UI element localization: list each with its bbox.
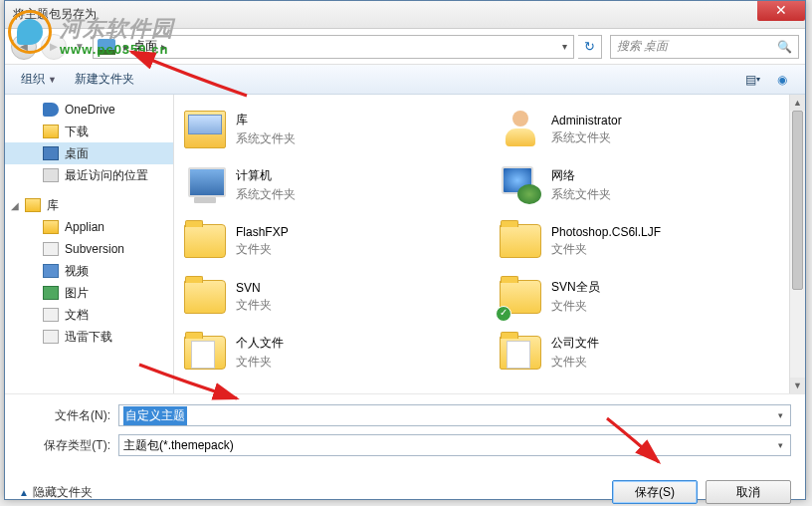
help-button[interactable]: ◉ [769,69,795,91]
nav-history-button[interactable]: ▼ [71,34,89,60]
new-folder-label: 新建文件夹 [75,71,134,88]
sidebar-item-label: OneDrive [65,103,115,117]
scroll-up-button[interactable]: ▲ [790,95,805,111]
sidebar-item-label: Applian [65,220,104,234]
file-icon [182,107,228,152]
file-area: 库系统文件夹Administrator系统文件夹计算机系统文件夹网络系统文件夹F… [174,95,805,393]
chevron-down-icon[interactable]: ▾ [556,41,573,52]
file-name: 公司文件 [551,335,599,352]
sidebar-item-label: 库 [47,197,59,214]
file-item[interactable]: Administrator系统文件夹 [494,103,801,156]
file-item[interactable]: 个人文件文件夹 [178,326,486,380]
new-folder-button[interactable]: 新建文件夹 [69,68,140,91]
search-input[interactable]: 搜索 桌面 🔍 [610,35,799,59]
sidebar-item-label: 视频 [65,263,89,280]
organize-label: 组织 [21,71,45,88]
file-type: 文件夹 [551,354,599,371]
file-icon [182,330,228,376]
chevron-down-icon[interactable]: ▾ [772,407,788,423]
file-type: 文件夹 [236,354,284,371]
hide-folders-label: 隐藏文件夹 [33,484,93,501]
sidebar-libraries-header[interactable]: ◢ 库 [5,194,173,216]
sidebar-item-label: 图片 [65,285,89,302]
chevron-up-icon: ▲ [19,487,29,498]
scroll-thumb[interactable] [792,111,803,290]
sidebar-item[interactable]: OneDrive [5,99,173,121]
organize-menu[interactable]: 组织 ▼ [15,68,63,91]
file-icon [498,218,543,264]
sidebar-item-icon [43,125,59,138]
file-item[interactable]: SVN全员文件夹 [494,270,801,324]
file-name: Photoshop.CS6l.LJF [551,225,661,239]
file-type: 系统文件夹 [236,130,296,147]
chevron-right-icon[interactable]: ▸ [157,40,171,54]
navigation-row: ◄ ► ▼ ▸ 桌面 ▸ ▾ ↻ 搜索 桌面 🔍 [5,29,805,65]
library-icon [25,198,41,212]
file-name: 网络 [551,167,611,184]
desktop-icon [98,39,115,55]
sidebar-item[interactable]: Subversion [5,238,173,260]
filename-value: 自定义主题 [123,406,187,425]
filename-input[interactable]: 自定义主题 ▾ [118,404,791,426]
refresh-button[interactable]: ↻ [578,35,602,59]
file-icon [498,162,543,208]
hide-folders-toggle[interactable]: ▲ 隐藏文件夹 [19,484,93,501]
nav-back-button[interactable]: ◄ [11,34,37,60]
filename-label: 文件名(N): [19,407,118,424]
file-item[interactable]: 公司文件文件夹 [494,326,801,380]
scrollbar[interactable]: ▲ ▼ [789,95,805,393]
sidebar-item[interactable]: 最近访问的位置 [5,164,173,186]
collapse-icon[interactable]: ◢ [11,200,23,211]
file-item[interactable]: 网络系统文件夹 [494,158,801,212]
sidebar-item[interactable]: 视频 [5,260,173,282]
cancel-button[interactable]: 取消 [706,480,791,504]
file-item[interactable]: FlashFXP文件夹 [178,214,486,268]
sidebar-item-icon [43,330,59,344]
breadcrumb-item[interactable]: 桌面 [133,38,157,55]
breadcrumb[interactable]: ▸ 桌面 ▸ ▾ [93,35,574,59]
search-placeholder: 搜索 桌面 [617,38,668,55]
file-type: 文件夹 [551,241,661,258]
window-title: 将主题包另存为 [13,6,97,23]
scroll-down-button[interactable]: ▼ [790,378,805,393]
file-type: 文件夹 [236,241,289,258]
sidebar-item[interactable]: 图片 [5,282,173,304]
file-name: 个人文件 [236,335,284,352]
file-icon [498,107,543,152]
sidebar-item-icon [43,264,59,278]
sidebar-item-label: 桌面 [65,145,89,162]
file-name: SVN全员 [551,279,600,296]
view-mode-button[interactable]: ▤ ▾ [739,69,765,91]
sidebar-item-label: 迅雷下载 [65,329,112,346]
file-icon [182,218,228,264]
sidebar-item[interactable]: 下载 [5,121,173,142]
sidebar-item[interactable]: 文档 [5,304,173,326]
file-item[interactable]: 计算机系统文件夹 [178,158,486,212]
chevron-down-icon: ▼ [48,75,57,85]
chevron-right-icon[interactable]: ▸ [119,40,133,54]
file-name: FlashFXP [236,225,289,239]
sidebar-item-label: 文档 [65,307,89,324]
sidebar-item[interactable]: 迅雷下载 [5,326,173,348]
sidebar-item[interactable]: 桌面 [5,142,173,164]
sidebar-item-icon [43,103,59,117]
file-icon [498,274,543,320]
file-item[interactable]: 库系统文件夹 [178,103,486,156]
save-button[interactable]: 保存(S) [612,480,698,504]
sidebar-item[interactable]: Applian [5,216,173,238]
nav-forward-button[interactable]: ► [41,34,67,60]
sidebar-item-icon [43,308,59,322]
sidebar-item-icon [43,220,59,234]
file-icon [498,330,543,376]
file-item[interactable]: Photoshop.CS6l.LJF文件夹 [494,214,801,268]
close-button[interactable]: ✕ [757,1,805,21]
filetype-select[interactable]: 主题包(*.themepack) ▾ [118,434,791,456]
sidebar-item-label: 下载 [65,124,89,140]
sidebar-item-icon [43,242,59,256]
sidebar-item-label: 最近访问的位置 [65,167,148,184]
filetype-label: 保存类型(T): [19,437,118,454]
filetype-value: 主题包(*.themepack) [123,437,234,454]
chevron-down-icon[interactable]: ▾ [772,437,788,453]
file-name: SVN [236,281,272,295]
file-item[interactable]: SVN文件夹 [178,270,486,324]
